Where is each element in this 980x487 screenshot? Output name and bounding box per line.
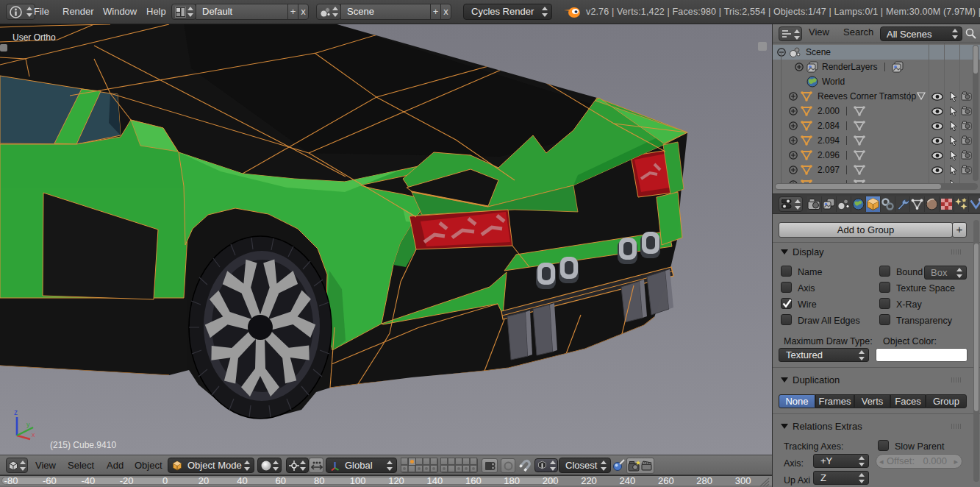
svg-text:y: y xyxy=(26,421,30,428)
svg-text:x: x xyxy=(32,431,35,438)
svg-text:z: z xyxy=(14,408,18,416)
